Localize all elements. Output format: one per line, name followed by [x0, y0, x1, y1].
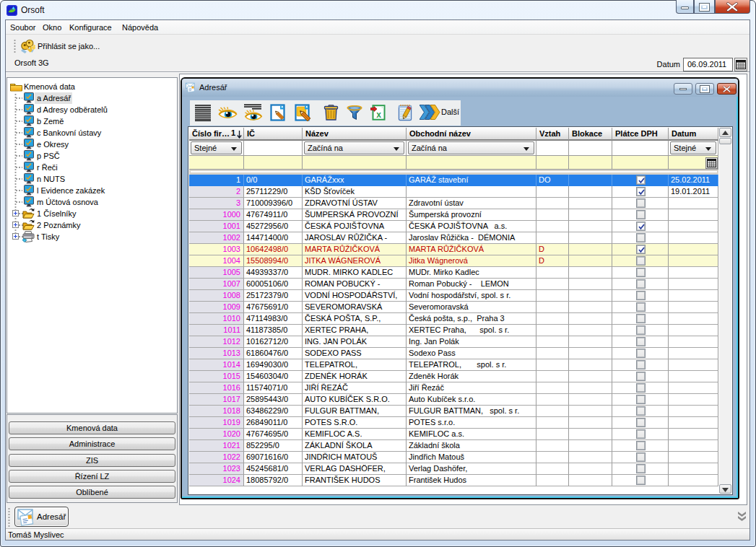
svg-text:x: x: [376, 110, 381, 120]
